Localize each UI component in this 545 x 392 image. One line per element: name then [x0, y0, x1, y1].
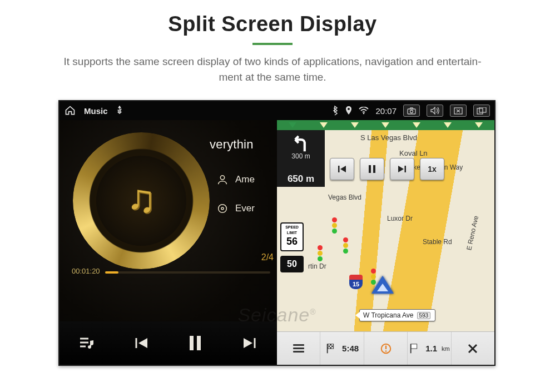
music-note-icon: ♫ — [127, 176, 156, 221]
destination-street: W Tropicana Ave — [363, 311, 414, 319]
status-clock: 20:07 — [375, 106, 397, 116]
lane-arrow-icon — [475, 122, 483, 128]
svg-rect-13 — [369, 165, 371, 173]
svg-rect-12 — [338, 166, 340, 172]
svg-point-6 — [363, 113, 365, 115]
progress-fill — [105, 271, 118, 274]
app-title: Music — [84, 106, 108, 116]
system-tray — [403, 105, 490, 117]
traffic-light-icon — [317, 245, 323, 262]
street-label: S Las Vegas Blvd — [360, 133, 417, 142]
wifi-icon — [359, 107, 369, 115]
destination-number: 593 — [417, 312, 431, 319]
location-icon — [345, 106, 352, 115]
traffic-light-icon — [343, 237, 348, 254]
progress-track[interactable] — [105, 271, 270, 274]
vehicle-marker-icon — [371, 276, 394, 294]
street-label: rtin Dr — [308, 262, 326, 270]
simulation-controls: 1x — [330, 158, 444, 180]
split-container: Music ♫ verythin Ame Ever 2/4 00:01:20 — [60, 101, 494, 365]
nav-close-button[interactable] — [452, 332, 494, 365]
sim-speed-button[interactable]: 1x — [420, 158, 444, 180]
music-controls — [60, 321, 277, 365]
page-subtitle: It supports the same screen display of t… — [0, 54, 545, 85]
speed-limit-label: SPEED — [281, 224, 303, 229]
album-art: ♫ — [81, 140, 202, 261]
disc-icon — [216, 202, 229, 215]
nav-menu-button[interactable] — [277, 332, 320, 365]
music-statusbar: Music — [60, 101, 277, 120]
interstate-shield: 15 — [349, 275, 363, 289]
svg-point-0 — [220, 176, 224, 180]
prev-track-button[interactable] — [126, 328, 157, 359]
svg-point-2 — [221, 207, 224, 210]
usb-icon — [116, 106, 123, 116]
nav-alert-button[interactable] — [364, 332, 408, 365]
nav-distance[interactable]: 1.1 km — [408, 332, 451, 365]
turn-instruction: 300 m 650 m — [277, 130, 325, 187]
speed-limit-value: 56 — [281, 236, 303, 247]
svg-rect-14 — [373, 165, 375, 173]
playlist-button[interactable] — [71, 328, 102, 359]
flag-icon — [325, 343, 338, 355]
bluetooth-icon — [332, 106, 339, 116]
track-index: 2/4 — [261, 252, 274, 262]
lane-arrow-icon — [382, 122, 389, 128]
svg-point-1 — [219, 205, 227, 213]
svg-point-20 — [385, 350, 387, 352]
play-pause-button[interactable] — [180, 328, 211, 359]
music-pane: Music ♫ verythin Ame Ever 2/4 00:01:20 — [60, 101, 277, 365]
street-label: Stable Rd — [423, 238, 452, 246]
sim-prev-button[interactable] — [330, 158, 354, 180]
flag-icon — [409, 343, 421, 355]
lane-arrow-icon — [444, 122, 452, 128]
split-screen-button[interactable] — [473, 105, 490, 117]
album-row: Ever — [216, 202, 255, 215]
lane-guidance-bar — [277, 120, 494, 130]
close-icon — [467, 343, 478, 354]
distance-value: 1.1 — [425, 344, 437, 353]
sim-next-button[interactable] — [390, 158, 414, 180]
current-speed: 50 — [280, 256, 304, 272]
turn-distance-large: 650 m — [279, 173, 323, 185]
lane-arrow-icon — [413, 122, 420, 128]
svg-rect-15 — [405, 166, 407, 172]
destination-sign: W Tropicana Ave 593 — [359, 309, 435, 321]
svg-rect-21 — [411, 344, 417, 348]
svg-rect-4 — [197, 336, 201, 350]
lane-arrow-icon — [320, 122, 328, 128]
time-elapsed: 00:01:20 — [72, 267, 100, 275]
speed-limit-sign: SPEED LIMIT 56 — [280, 222, 304, 251]
page-heading: Split Screen Display It supports the sam… — [0, 0, 545, 85]
lane-arrow-icon — [351, 122, 359, 128]
person-icon — [216, 173, 229, 186]
street-label: Koval Ln — [399, 149, 428, 157]
nav-eta[interactable]: 5:48 — [320, 332, 364, 365]
lane-arrow-icon — [289, 122, 296, 128]
nav-statusbar: 20:07 — [277, 101, 494, 120]
eta-value: 5:48 — [342, 344, 359, 353]
volume-button[interactable] — [427, 105, 443, 117]
nav-bottom-bar: 5:48 1.1 km — [277, 331, 494, 365]
next-track-button[interactable] — [234, 328, 265, 359]
svg-point-5 — [348, 108, 350, 110]
artist-name: Ame — [235, 174, 255, 185]
turn-distance-small: 300 m — [279, 152, 323, 160]
traffic-light-icon — [331, 217, 337, 234]
street-label: Vegas Blvd — [328, 193, 361, 201]
speed-limit-label: LIMIT — [281, 229, 303, 235]
screenshot-button[interactable] — [403, 105, 420, 117]
alert-icon — [380, 343, 392, 355]
title-underline — [252, 43, 293, 45]
artist-row: Ame — [216, 173, 255, 186]
page-title: Split Screen Display — [0, 12, 545, 36]
close-app-button[interactable] — [450, 105, 467, 117]
svg-point-8 — [410, 110, 413, 113]
street-label: Luxor Dr — [387, 215, 413, 222]
svg-rect-10 — [477, 108, 483, 114]
svg-rect-3 — [190, 336, 194, 350]
album-name: Ever — [235, 203, 255, 214]
song-title: verythin — [210, 137, 254, 152]
home-icon[interactable] — [64, 105, 76, 116]
sim-pause-button[interactable] — [360, 158, 384, 180]
